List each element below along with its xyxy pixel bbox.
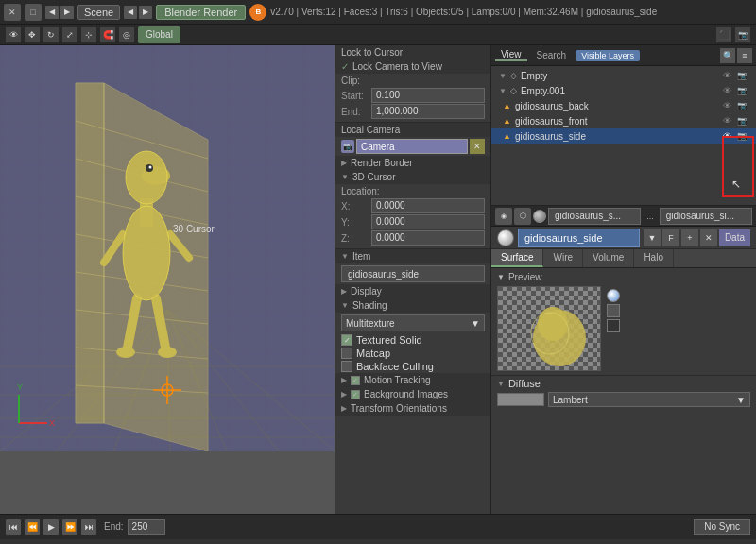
camera-field[interactable]: Camera [356,139,468,154]
viewport-3d[interactable]: X Y 30 Cursor [0,45,335,514]
render-border-triangle: ▶ [341,159,347,167]
outliner-item-gidio-side[interactable]: ▲ gidiosaurus_side 👁 📷 [491,128,756,144]
play-prev-btn[interactable]: ⏪ [25,519,40,535]
window-icon[interactable]: □ [25,4,42,21]
clip-end-field[interactable]: 1,000.000 [371,104,485,119]
lock-camera-header[interactable]: ✓ Lock Camera to View [335,60,490,74]
play-next-btn[interactable]: ⏩ [62,519,77,535]
material-name-field[interactable]: gidiosaurus_side [518,229,640,247]
play-end-btn[interactable]: ⏭ [81,519,96,535]
global-mode-btn[interactable]: Global [138,26,180,43]
rotate-icon[interactable]: ↻ [43,27,59,42]
mat-f-btn[interactable]: F [662,230,679,246]
visible-layers-btn[interactable]: Visible Layers [576,50,640,61]
render-icon-empty[interactable]: 📷 [735,69,748,82]
display-header[interactable]: ▶ Display [335,284,490,298]
outliner-item-gidio-back[interactable]: ▲ gidiosaurus_back 👁 📷 [491,98,756,113]
outliner-tab-search[interactable]: Search [531,50,573,60]
local-camera-header[interactable]: Local Camera [335,123,490,137]
scene-selector[interactable]: Scene [77,5,120,20]
play-btn[interactable]: ▶ [43,519,59,535]
node-name-field1[interactable]: gidiosaurus_s... [548,208,641,225]
display-label: Display [351,286,382,297]
tab-volume[interactable]: Volume [583,249,634,267]
eye-icon-back[interactable]: 👁 [720,99,733,112]
matcap-row: Matcap [335,347,490,360]
backface-cb[interactable] [341,361,352,372]
next-scene-btn[interactable]: ▶ [60,6,74,19]
tab-wire[interactable]: Wire [543,249,583,267]
multitexture-selector[interactable]: gidiosaurus_side Multitexture ▼ [341,314,485,332]
mat-x-btn[interactable]: ✕ [700,230,717,246]
clip-end-label: End: [341,107,369,117]
eye-icon-empty[interactable]: 👁 [720,69,733,82]
outliner-filter-icon[interactable]: ≡ [737,48,752,63]
shading-header[interactable]: ▼ Shading [335,298,490,313]
diffuse-shader-selector[interactable]: Lambert ▼ [548,392,750,407]
sync-btn[interactable]: No Sync [694,519,750,535]
eye-icon-empty001[interactable]: 👁 [720,84,733,97]
render-icon[interactable]: 📷 [735,27,750,42]
shading-triangle: ▼ [341,301,349,310]
outliner-item-gidio-front[interactable]: ▲ gidiosaurus_front 👁 📷 [491,113,756,128]
cursor-header[interactable]: ▼ 3D Cursor [335,170,490,184]
eye-icon-front[interactable]: 👁 [720,114,733,128]
svg-point-51 [538,307,568,341]
item-name-field[interactable]: gidiosaurus_side [341,265,485,282]
tab-halo[interactable]: Halo [634,249,674,267]
play-start-btn[interactable]: ⏮ [6,519,21,535]
preview-dark-btn[interactable] [607,319,620,332]
background-images-header[interactable]: ▶ ✓ Background Images [335,387,490,401]
svg-point-34 [149,166,152,169]
render-border-header[interactable]: ▶ Render Border [335,156,490,170]
node-icon1[interactable]: ◉ [495,208,512,225]
outliner-item-empty[interactable]: ▼ ◇ Empty 👁 📷 [491,68,756,83]
transform-icon[interactable]: ⊹ [81,27,96,42]
bg-cb[interactable]: ✓ [351,390,360,400]
proportional-icon[interactable]: ◎ [119,27,134,42]
window-close-icon[interactable]: ✕ [4,4,21,21]
loc-y-field[interactable]: 0.0000 [371,214,485,230]
lock-cursor-header[interactable]: Lock to Cursor [335,45,490,60]
item-header[interactable]: ▼ Item [335,249,490,264]
right-panel: View Search Visible Layers 🔍 ≡ ▼ ◇ Empty… [491,45,756,514]
end-frame-field[interactable]: 250 [128,519,165,535]
motion-tracking-header[interactable]: ▶ ✓ Motion Tracking [335,373,490,387]
snap-icon[interactable]: 🧲 [100,27,115,42]
layers-icon[interactable]: ⬛ [716,27,731,42]
add-scene-btn[interactable]: ◀ [124,6,137,19]
view3d-icon[interactable]: 👁 [6,27,21,42]
clip-start-field[interactable]: 0.100 [371,88,485,103]
loc-z-field[interactable]: 0.0000 [371,230,485,246]
eye-icon-side[interactable]: 👁 [720,129,733,143]
preview-sphere-btn[interactable] [607,289,620,302]
scale-icon[interactable]: ⤢ [62,27,77,42]
preview-flat-btn[interactable] [607,304,620,317]
render-icon-back[interactable]: 📷 [735,99,748,112]
location-label: Location: [341,186,485,196]
transform-header[interactable]: ▶ Transform Orientations [335,401,490,416]
render-icon-empty001[interactable]: 📷 [735,84,748,97]
grab-icon[interactable]: ✥ [25,27,40,42]
tab-surface[interactable]: Surface [491,249,543,267]
mat-browse-btn[interactable]: ▼ [644,230,661,246]
prev-scene-btn[interactable]: ◀ [45,6,59,19]
diffuse-color-swatch[interactable] [497,393,544,406]
node-name-field2[interactable]: gidiosaurus_si... [660,208,752,225]
textured-solid-cb[interactable]: ✓ [341,334,352,346]
mat-data-btn[interactable]: Data [719,230,750,246]
loc-x-field[interactable]: 0.0000 [371,198,485,213]
outliner-item-empty001[interactable]: ▼ ◇ Empty.001 👁 📷 [491,83,756,98]
matcap-cb[interactable] [341,348,352,359]
node-icon2[interactable]: ⬡ [514,208,531,225]
motion-tracking-label: Motion Tracking [364,375,431,385]
outliner-search-icon[interactable]: 🔍 [720,48,735,63]
render-icon-front[interactable]: 📷 [735,114,748,128]
outliner-tab-view[interactable]: View [495,49,527,61]
camera-clear-btn[interactable]: ✕ [470,139,485,154]
remove-scene-btn[interactable]: ▶ [139,6,152,19]
render-engine-selector[interactable]: Blender Render [156,5,246,20]
mat-plus-btn[interactable]: + [681,230,698,246]
render-icon-side[interactable]: 📷 [735,129,748,143]
motion-tracking-cb[interactable]: ✓ [351,376,360,385]
